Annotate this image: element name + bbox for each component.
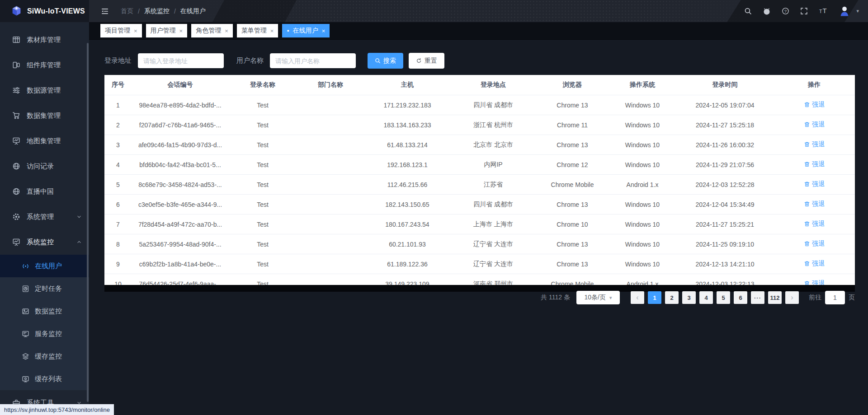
sidebar-item-2[interactable]: 组件库管理 xyxy=(0,52,89,78)
page-button-6[interactable]: 6 xyxy=(734,291,747,304)
font-size-icon[interactable] xyxy=(819,7,827,15)
cell-action: 强退 xyxy=(774,214,855,234)
force-logout-link[interactable]: 强退 xyxy=(804,280,825,285)
force-logout-link[interactable]: 强退 xyxy=(804,160,825,168)
online-users-table: 序号 会话编号 登录名称 部门名称 主机 登录地点 浏览器 操作系统 登录时间 … xyxy=(104,75,855,285)
cell-browser: Chrome 13 xyxy=(536,195,609,214)
sidebar-item-8[interactable]: 系统管理 xyxy=(0,204,89,229)
cell-browser: Chrome Mobile xyxy=(536,274,609,285)
tab-close-icon[interactable]: × xyxy=(225,28,228,34)
sidebar-item-14[interactable]: 缓存监控 xyxy=(0,345,89,368)
page-button-2[interactable]: 2 xyxy=(665,291,679,304)
sidebar-item-7[interactable]: 直播中国 xyxy=(0,179,89,204)
search-button[interactable]: 搜索 xyxy=(368,53,403,69)
tab-3[interactable]: 角色管理× xyxy=(191,24,233,37)
tab-4[interactable]: 菜单管理× xyxy=(237,24,278,37)
cell-os: Android 1.x xyxy=(609,175,676,195)
prev-page-button[interactable]: ‹ xyxy=(631,291,644,304)
force-logout-link[interactable]: 强退 xyxy=(804,260,825,268)
sidebar-item-label: 直播中国 xyxy=(27,187,54,196)
page-button-112[interactable]: 112 xyxy=(768,291,782,304)
force-logout-link[interactable]: 强退 xyxy=(804,101,825,109)
tab-1[interactable]: 项目管理× xyxy=(100,24,142,37)
cell-os: Windows 10 xyxy=(609,155,676,175)
tab-2[interactable]: 用户管理× xyxy=(146,24,188,37)
cell-index: 1 xyxy=(104,95,132,115)
sidebar-item-10[interactable]: 在线用户 xyxy=(0,255,89,277)
jump-page-input[interactable] xyxy=(825,291,845,304)
sidebar-item-3[interactable]: 数据源管理 xyxy=(0,78,89,103)
tab-close-icon[interactable]: × xyxy=(179,28,183,34)
col-header-index: 序号 xyxy=(104,75,132,95)
sidebar-menu: 素材库管理组件库管理数据源管理数据集管理地图集管理访问记录直播中国系统管理系统监… xyxy=(0,22,89,415)
cell-dept xyxy=(297,135,364,155)
cell-session: f207a6d7-c76b-41a6-9465-... xyxy=(132,115,229,135)
trash-icon xyxy=(804,241,810,247)
page-button-3[interactable]: 3 xyxy=(682,291,696,304)
force-logout-label: 强退 xyxy=(812,160,825,168)
cell-host: 192.168.123.1 xyxy=(364,155,450,175)
page-button-4[interactable]: 4 xyxy=(699,291,713,304)
sidebar-item-13[interactable]: 服务监控 xyxy=(0,322,89,345)
login-address-input[interactable] xyxy=(138,53,224,68)
force-logout-link[interactable]: 强退 xyxy=(804,200,825,208)
col-header-browser: 浏览器 xyxy=(536,75,609,95)
force-logout-link[interactable]: 强退 xyxy=(804,140,825,149)
tab-close-icon[interactable]: × xyxy=(270,28,274,34)
table-row: 6c3e0ef5e-b3fe-465e-a344-9...Test182.143… xyxy=(104,195,855,214)
tab-close-icon[interactable]: × xyxy=(322,28,326,34)
cell-login_time: 2024-11-27 15:25:18 xyxy=(676,115,774,135)
sidebar-item-11[interactable]: 定时任务 xyxy=(0,277,89,300)
cart-icon xyxy=(12,112,20,120)
cell-os: Windows 10 xyxy=(609,195,676,214)
sidebar-item-1[interactable]: 素材库管理 xyxy=(0,27,89,52)
cell-location: 四川省 成都市 xyxy=(450,95,536,115)
server-monitor-icon xyxy=(22,330,29,338)
github-icon[interactable] xyxy=(763,7,771,15)
cell-login_time: 2024-12-05 19:07:04 xyxy=(676,95,774,115)
force-logout-link[interactable]: 强退 xyxy=(804,121,825,129)
sidebar-item-15[interactable]: 缓存列表 xyxy=(0,368,89,390)
force-logout-link[interactable]: 强退 xyxy=(804,180,825,188)
sidebar-item-12[interactable]: 数据监控 xyxy=(0,300,89,322)
signal-icon xyxy=(22,262,29,270)
tab-close-icon[interactable]: × xyxy=(134,28,137,34)
fullscreen-icon[interactable] xyxy=(800,7,808,15)
sidebar-item-9[interactable]: 系统监控 xyxy=(0,229,89,255)
cell-location: 浙江省 杭州市 xyxy=(450,115,536,135)
page-button-5[interactable]: 5 xyxy=(717,291,730,304)
trash-icon xyxy=(804,221,810,227)
sidebar-item-5[interactable]: 地图集管理 xyxy=(0,128,89,154)
chevron-down-icon xyxy=(76,239,82,245)
cell-login_time: 2024-11-25 09:19:10 xyxy=(676,234,774,254)
sidebar-item-label: 数据监控 xyxy=(35,307,62,316)
chevron-down-icon[interactable]: ▾ xyxy=(856,8,859,14)
refresh-icon xyxy=(416,58,422,64)
trash-icon xyxy=(804,161,810,168)
cache-list-icon xyxy=(22,375,29,383)
page-button-1[interactable]: 1 xyxy=(648,291,661,304)
cell-login_name: Test xyxy=(229,135,297,155)
force-logout-link[interactable]: 强退 xyxy=(804,220,825,228)
sidebar-scrollbar[interactable] xyxy=(87,43,89,402)
avatar[interactable] xyxy=(838,5,851,18)
cell-dept xyxy=(297,254,364,274)
tab-label: 菜单管理 xyxy=(241,27,267,35)
sidebar-item-4[interactable]: 数据集管理 xyxy=(0,103,89,128)
breadcrumb-home[interactable]: 首页 xyxy=(121,7,133,15)
help-icon[interactable] xyxy=(782,7,789,15)
reset-button[interactable]: 重置 xyxy=(409,53,444,69)
tab-5[interactable]: ●在线用户× xyxy=(282,24,330,37)
page-size-select[interactable]: 10条/页 ▾ xyxy=(576,291,620,304)
cell-session: bfd6b04c-fa42-4f3a-bc01-5... xyxy=(132,155,229,175)
sidebar-item-label: 在线用户 xyxy=(35,262,62,270)
search-icon[interactable] xyxy=(744,7,752,15)
next-page-button[interactable]: › xyxy=(785,291,799,304)
cell-index: 5 xyxy=(104,175,132,195)
more-pages-button[interactable]: ··· xyxy=(751,291,764,304)
sidebar-item-6[interactable]: 访问记录 xyxy=(0,154,89,179)
user-name-input[interactable] xyxy=(270,53,356,68)
sidebar-collapse-icon[interactable] xyxy=(101,7,109,15)
force-logout-link[interactable]: 强退 xyxy=(804,240,825,248)
cell-os: Windows 10 xyxy=(609,115,676,135)
